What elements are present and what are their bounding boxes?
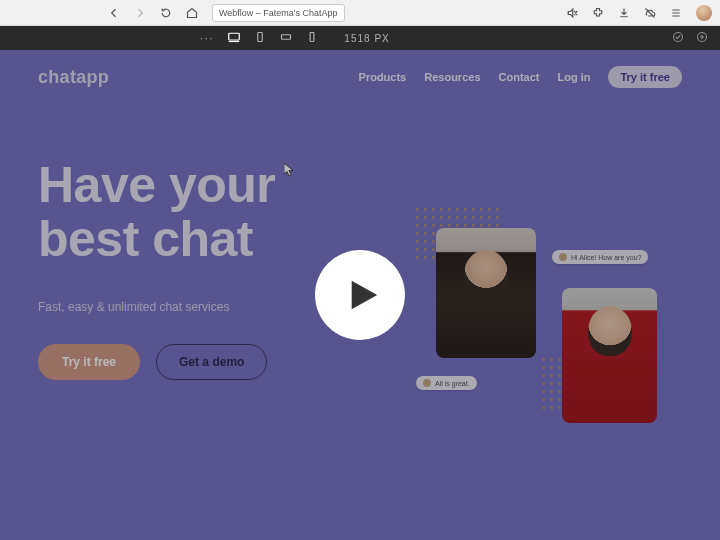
nav-link-contact[interactable]: Contact bbox=[499, 71, 540, 83]
svg-rect-2 bbox=[282, 35, 291, 40]
svg-rect-0 bbox=[229, 33, 240, 40]
play-icon bbox=[346, 278, 380, 312]
play-button[interactable] bbox=[315, 250, 405, 340]
forward-icon[interactable] bbox=[134, 7, 146, 19]
chat-bubble-1: Hi Alice! How are you? bbox=[552, 250, 648, 264]
bubble-avatar-icon bbox=[559, 253, 567, 261]
menu-icon[interactable] bbox=[670, 7, 682, 19]
desktop-large-icon[interactable] bbox=[228, 31, 240, 45]
status-check-icon[interactable] bbox=[672, 31, 684, 45]
more-icon[interactable]: ··· bbox=[200, 33, 214, 44]
cursor-icon bbox=[284, 163, 294, 177]
extensions-icon[interactable] bbox=[592, 7, 604, 19]
bubble-avatar-icon bbox=[423, 379, 431, 387]
nav-link-products[interactable]: Products bbox=[359, 71, 407, 83]
url-bar[interactable]: Webflow – Fatema's ChatApp bbox=[212, 4, 345, 22]
webflow-device-bar: ··· 1518 PX bbox=[0, 26, 720, 50]
url-text: Webflow – Fatema's ChatApp bbox=[219, 8, 338, 18]
download-icon[interactable] bbox=[618, 7, 630, 19]
svg-rect-3 bbox=[310, 33, 314, 42]
site-navbar: chatapp Products Resources Contact Log i… bbox=[0, 50, 720, 88]
mute-icon[interactable] bbox=[566, 7, 578, 19]
chat-avatar-photo-1 bbox=[436, 228, 536, 358]
publish-icon[interactable] bbox=[696, 31, 708, 45]
hero-secondary-button[interactable]: Get a demo bbox=[156, 344, 267, 380]
logo[interactable]: chatapp bbox=[38, 67, 109, 88]
reload-icon[interactable] bbox=[160, 7, 172, 19]
nav-link-resources[interactable]: Resources bbox=[424, 71, 480, 83]
profile-avatar[interactable] bbox=[696, 5, 712, 21]
home-icon[interactable] bbox=[186, 7, 198, 19]
tablet-portrait-icon[interactable] bbox=[254, 31, 266, 45]
cloud-off-icon[interactable] bbox=[644, 7, 656, 19]
viewport-width-readout: 1518 PX bbox=[344, 33, 389, 44]
hero-primary-button[interactable]: Try it free bbox=[38, 344, 140, 380]
chat-avatar-photo-2 bbox=[562, 288, 657, 423]
nav-link-login[interactable]: Log in bbox=[557, 71, 590, 83]
browser-top-bar: Webflow – Fatema's ChatApp bbox=[0, 0, 720, 26]
tablet-landscape-icon[interactable] bbox=[280, 31, 292, 45]
hero-illustration: Hi Alice! How are you? All is great. bbox=[412, 218, 682, 498]
hero-heading: Have your best chat bbox=[38, 158, 399, 266]
svg-rect-1 bbox=[258, 33, 263, 42]
chat-bubble-2: All is great. bbox=[416, 376, 477, 390]
back-icon[interactable] bbox=[108, 7, 120, 19]
design-canvas: chatapp Products Resources Contact Log i… bbox=[0, 50, 720, 540]
phone-icon[interactable] bbox=[306, 31, 318, 45]
nav-cta-button[interactable]: Try it free bbox=[608, 66, 682, 88]
